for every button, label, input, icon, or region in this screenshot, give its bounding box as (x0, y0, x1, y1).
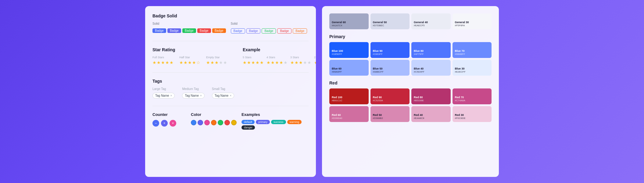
badge-orange[interactable]: Badge (212, 28, 226, 33)
small-tag-close-icon[interactable]: × (230, 94, 231, 97)
swatch-blue-80-label: Blue 80 (414, 49, 448, 52)
swatch-red-90: Red 90 #C5253A (370, 88, 410, 104)
chip-primary[interactable]: primary (256, 120, 270, 124)
examples-chips: default primary success warning danger (242, 120, 309, 130)
swatch-blue-80-hex: #4F75FF (414, 53, 448, 56)
star-h1: ★ (179, 60, 183, 65)
chip-warning[interactable]: warning (287, 120, 302, 124)
star-1: ★ (152, 60, 156, 65)
counter-controls: − + × (152, 120, 186, 127)
medium-tag-group: Medium Tag Tag Name × (182, 87, 204, 99)
star-h2: ★ (184, 60, 188, 65)
s1: ★ (267, 60, 270, 65)
star-h3: ★ (188, 60, 192, 65)
star-5: ★ (170, 60, 174, 65)
swatch-blue-50: Blue 50 #A8BCFF (370, 60, 410, 76)
color-dot-blue[interactable] (191, 120, 196, 125)
s4: ★ (256, 60, 259, 65)
swatch-general-60: General 60 #A1A7C4 (329, 13, 369, 29)
swatch-general-40-hex: #EAECF5 (414, 24, 448, 27)
swatch-red-60: Red 60 #D06EA0 (329, 106, 369, 122)
red-section-title: Red (329, 81, 492, 85)
star-example-title: Example (243, 47, 316, 52)
full-stars-label: Full Stars (152, 56, 177, 59)
badge-red[interactable]: Badge (197, 28, 211, 33)
counter-btn-plus[interactable]: + (161, 120, 168, 127)
small-tag[interactable]: Tag Name × (212, 93, 234, 99)
swatch-red-80-hex: #B5336E (414, 99, 448, 102)
swatch-blue-50-hex: #A8BCFF (373, 70, 407, 73)
badge-green[interactable]: Badge (182, 28, 196, 33)
chip-success[interactable]: success (271, 120, 286, 124)
swatch-red-70: Red 70 #C74A8A (453, 88, 492, 104)
swatch-red-80-label: Red 80 (414, 96, 448, 99)
counter-btn-minus[interactable]: − (152, 120, 159, 127)
tags-row: Large Tag Tag Name × Medium Tag Tag Name… (152, 87, 309, 99)
example-2-stars: ★★★★★ (314, 60, 316, 65)
small-tag-label: Small Tag (212, 87, 234, 91)
s1: ★ (314, 60, 316, 65)
color-dot-red[interactable] (224, 120, 230, 125)
color-dot-pink[interactable] (204, 120, 210, 125)
badge-outline-orange[interactable]: Badge (293, 28, 307, 34)
swatch-blue-90-label: Blue 90 (373, 49, 407, 52)
s4: ★ (303, 60, 307, 65)
s1: ★ (290, 60, 294, 65)
example-3-group: 3 Stars ★★★★★ (290, 56, 312, 65)
large-tag-close-icon[interactable]: × (170, 94, 172, 97)
swatch-red-90-hex: #C5253A (373, 99, 407, 102)
color-dot-yellow[interactable] (231, 120, 237, 125)
medium-tag[interactable]: Tag Name × (182, 93, 204, 99)
examples-title: Examples (242, 112, 309, 117)
color-dot-orange[interactable] (211, 120, 216, 125)
swatch-blue-90: Blue 90 #3363FF (370, 42, 410, 58)
color-dot-indigo[interactable] (198, 120, 203, 125)
swatch-blue-40: Blue 40 #C5D4FF (411, 60, 451, 76)
swatch-red-40-hex: #E4A8C8 (414, 117, 448, 120)
example-2-label: 2 Stars (314, 56, 316, 59)
example-2-group: 2 Stars ★★★★★ (314, 56, 316, 65)
s5: ★ (284, 60, 288, 65)
star-e3: ★ (215, 60, 219, 65)
example-5-group: 5 Stars ★★★★★ (243, 56, 264, 65)
s2: ★ (247, 60, 251, 65)
badge-outline-red[interactable]: Badge (277, 28, 292, 34)
swatch-general-40: General 40 #EAECF5 (411, 13, 451, 29)
counter-btn-times[interactable]: × (170, 120, 176, 127)
badge-outline-green[interactable]: Badge (262, 28, 276, 34)
general-swatches: General 60 #A1A7C4 General 50 #D7DBEC Ge… (329, 13, 492, 29)
large-tag-text: Tag Name (155, 94, 169, 97)
star-4: ★ (165, 60, 169, 65)
example-5-stars: ★★★★★ (243, 60, 264, 65)
star-rating-title: Star Rating (152, 47, 231, 52)
swatch-red-50-hex: #D988B2 (373, 117, 407, 120)
star-h4: ★ (192, 60, 196, 65)
badges-solid-inline: Badge Badge Badge Badge Badge (152, 28, 226, 33)
empty-star-label: Empty Star (206, 56, 231, 59)
medium-tag-text: Tag Name (185, 94, 199, 97)
color-section: Color (191, 112, 237, 130)
swatch-red-30-label: Red 30 (455, 113, 489, 117)
chip-default[interactable]: default (242, 120, 255, 124)
example-4-label: 4 Stars (267, 56, 288, 59)
large-tag[interactable]: Tag Name × (152, 93, 175, 99)
left-panel: Badge Solid Solid Badge Badge Badge Badg… (145, 6, 316, 177)
medium-tag-close-icon[interactable]: × (200, 94, 202, 97)
divider-3 (152, 106, 309, 106)
swatch-blue-30-label: Blue 30 (455, 67, 489, 70)
badge-blue[interactable]: Badge (152, 28, 166, 33)
swatch-red-60-hex: #D06EA0 (332, 117, 366, 120)
badge-indigo[interactable]: Badge (167, 28, 181, 33)
swatch-blue-50-label: Blue 50 (373, 67, 407, 70)
badge-outline-blue[interactable]: Badge (231, 28, 245, 34)
badges-outline-inline: Badge Badge Badge Badge Badge (231, 28, 307, 34)
swatch-blue-60-label: Blue 60 (332, 67, 366, 70)
badge-solid-title: Badge Solid (152, 13, 309, 18)
color-dot-green[interactable] (218, 120, 223, 125)
chip-danger[interactable]: danger (242, 125, 255, 130)
swatch-blue-70-hex: #6B8BFF (455, 53, 489, 56)
color-dots (191, 120, 237, 125)
swatch-blue-60: Blue 60 #89A6FF (329, 60, 369, 76)
example-3-label: 3 Stars (290, 56, 312, 59)
badge-outline-indigo[interactable]: Badge (246, 28, 261, 34)
